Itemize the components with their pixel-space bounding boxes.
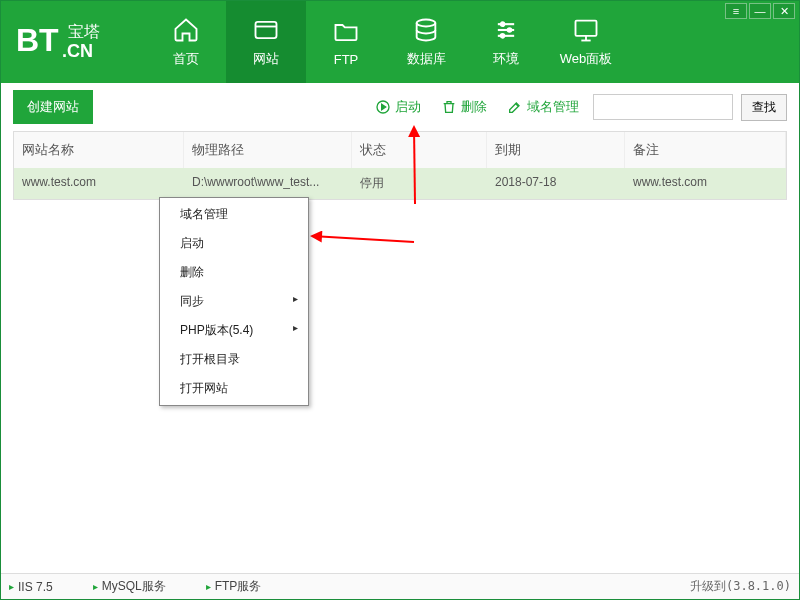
home-icon xyxy=(171,16,201,44)
col-note[interactable]: 备注 xyxy=(625,132,786,168)
play-icon xyxy=(375,99,391,115)
ctx-start[interactable]: 启动 xyxy=(162,229,306,258)
ctx-domain[interactable]: 域名管理 xyxy=(162,200,306,229)
delete-button[interactable]: 删除 xyxy=(435,98,493,116)
col-status[interactable]: 状态 xyxy=(352,132,487,168)
database-icon xyxy=(411,16,441,44)
edit-icon xyxy=(507,99,523,115)
cell-note: www.test.com xyxy=(625,168,786,199)
panel-icon xyxy=(571,16,601,44)
table-row[interactable]: www.test.com D:\wwwroot\www_test... 停用 2… xyxy=(14,168,786,199)
nav-db-label: 数据库 xyxy=(407,50,446,68)
nav-home-label: 首页 xyxy=(173,50,199,68)
svg-line-16 xyxy=(312,236,414,242)
svg-point-11 xyxy=(501,34,505,38)
ctx-delete[interactable]: 删除 xyxy=(162,258,306,287)
svg-text:.CN: .CN xyxy=(62,41,93,61)
annotation-arrow-1 xyxy=(304,226,424,246)
ctx-open-site[interactable]: 打开网站 xyxy=(162,374,306,403)
nav-panel[interactable]: Web面板 xyxy=(546,1,626,83)
nav-home[interactable]: 首页 xyxy=(146,1,226,83)
cell-path: D:\wwwroot\www_test... xyxy=(184,168,352,199)
ctx-open-root[interactable]: 打开根目录 xyxy=(162,345,306,374)
site-icon xyxy=(251,16,281,44)
svg-text:BT: BT xyxy=(16,22,59,58)
find-button[interactable]: 查找 xyxy=(741,94,787,121)
main-nav: 首页 网站 FTP 数据库 环境 Web面板 xyxy=(146,1,626,83)
start-label: 启动 xyxy=(395,98,421,116)
app-header: BT 宝塔 .CN 首页 网站 FTP 数据库 环境 Web面板 xyxy=(1,1,799,83)
domain-manage-label: 域名管理 xyxy=(527,98,579,116)
window-controls: ≡ — ✕ xyxy=(725,3,795,19)
cell-name: www.test.com xyxy=(14,168,184,199)
nav-db[interactable]: 数据库 xyxy=(386,1,466,83)
nav-ftp[interactable]: FTP xyxy=(306,1,386,83)
domain-manage-button[interactable]: 域名管理 xyxy=(501,98,585,116)
start-button[interactable]: 启动 xyxy=(369,98,427,116)
nav-panel-label: Web面板 xyxy=(560,50,613,68)
status-bar: IIS 7.5 MySQL服务 FTP服务 升级到(3.8.1.0) xyxy=(1,573,799,599)
nav-env[interactable]: 环境 xyxy=(466,1,546,83)
ctx-sync[interactable]: 同步 xyxy=(162,287,306,316)
status-ftp[interactable]: FTP服务 xyxy=(206,578,262,595)
minimize-button[interactable]: — xyxy=(749,3,771,19)
table-header: 网站名称 物理路径 状态 到期 备注 xyxy=(14,132,786,168)
nav-env-label: 环境 xyxy=(493,50,519,68)
menu-button[interactable]: ≡ xyxy=(725,3,747,19)
site-table: 网站名称 物理路径 状态 到期 备注 www.test.com D:\wwwro… xyxy=(13,131,787,200)
toolbar: 创建网站 启动 删除 域名管理 查找 xyxy=(1,83,799,131)
svg-point-10 xyxy=(508,28,512,32)
status-upgrade[interactable]: 升级到(3.8.1.0) xyxy=(690,578,791,595)
logo: BT 宝塔 .CN xyxy=(1,1,146,83)
cell-expire: 2018-07-18 xyxy=(487,168,625,199)
create-site-button[interactable]: 创建网站 xyxy=(13,90,93,124)
close-button[interactable]: ✕ xyxy=(773,3,795,19)
folder-icon xyxy=(331,18,361,46)
svg-point-5 xyxy=(417,20,436,27)
nav-site[interactable]: 网站 xyxy=(226,1,306,83)
col-path[interactable]: 物理路径 xyxy=(184,132,352,168)
delete-label: 删除 xyxy=(461,98,487,116)
nav-ftp-label: FTP xyxy=(334,52,359,67)
cell-status: 停用 xyxy=(352,168,487,199)
context-menu: 域名管理 启动 删除 同步 PHP版本(5.4) 打开根目录 打开网站 xyxy=(159,197,309,406)
svg-point-9 xyxy=(501,22,505,26)
status-iis[interactable]: IIS 7.5 xyxy=(9,580,53,594)
settings-icon xyxy=(491,16,521,44)
search-input[interactable] xyxy=(593,94,733,120)
col-name[interactable]: 网站名称 xyxy=(14,132,184,168)
svg-rect-12 xyxy=(576,21,597,36)
nav-site-label: 网站 xyxy=(253,50,279,68)
trash-icon xyxy=(441,99,457,115)
status-mysql[interactable]: MySQL服务 xyxy=(93,578,166,595)
ctx-php[interactable]: PHP版本(5.4) xyxy=(162,316,306,345)
svg-text:宝塔: 宝塔 xyxy=(68,23,100,40)
svg-rect-3 xyxy=(256,22,277,38)
col-expire[interactable]: 到期 xyxy=(487,132,625,168)
